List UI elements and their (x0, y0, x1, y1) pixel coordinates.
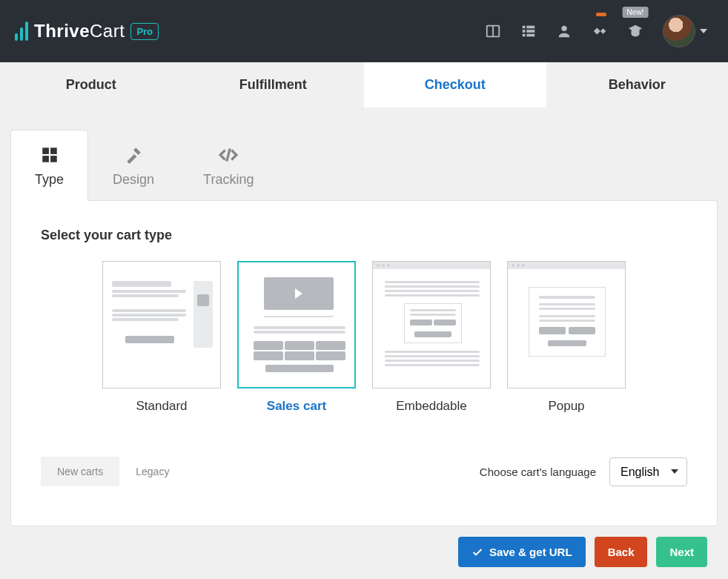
cart-option-sales[interactable]: Sales cart (237, 261, 356, 414)
svg-rect-9 (42, 148, 49, 154)
cart-label-standard: Standard (136, 399, 188, 414)
subtab-type-label: Type (35, 172, 64, 188)
tools-icon (124, 145, 143, 165)
cart-option-popup[interactable]: Popup (507, 261, 626, 414)
subtab-tracking-label: Tracking (203, 172, 254, 188)
mode-new-carts[interactable]: New carts (41, 457, 119, 486)
cart-label-sales: Sales cart (267, 399, 326, 414)
svg-line-13 (227, 148, 230, 161)
language-label: Choose cart's language (480, 466, 596, 478)
list-icon (520, 23, 537, 39)
grid-icon (40, 145, 59, 165)
handshake-icon (592, 23, 608, 39)
avatar (663, 15, 695, 47)
sub-tabs: Type Design Tracking (10, 130, 718, 201)
layout-icon (485, 23, 501, 39)
brand-second: Cart (90, 21, 125, 41)
subtab-tracking[interactable]: Tracking (179, 130, 278, 201)
save-url-button[interactable]: Save & get URL (458, 537, 586, 567)
nav-layout[interactable] (485, 23, 501, 39)
footer-buttons: Save & get URL Back Next (10, 526, 718, 575)
svg-rect-10 (50, 148, 57, 154)
back-button[interactable]: Back (595, 537, 648, 567)
top-icons: New! (485, 15, 707, 47)
nav-partners[interactable] (592, 23, 608, 39)
bottom-row: New carts Legacy Choose cart's language … (41, 457, 687, 486)
nav-profile[interactable] (556, 23, 572, 39)
language-section: Choose cart's language English (480, 457, 687, 486)
panel-title: Select your cart type (41, 228, 687, 243)
nav-list[interactable] (520, 23, 537, 39)
nav-learn[interactable]: New! (627, 23, 643, 39)
graduation-cap-icon (627, 23, 643, 39)
svg-rect-11 (42, 156, 49, 162)
thumb-standard (102, 261, 221, 388)
tab-checkout[interactable]: Checkout (364, 62, 546, 107)
brand-first: Thrive (34, 21, 90, 41)
panel: Select your cart type (10, 200, 718, 526)
subtab-design[interactable]: Design (88, 130, 179, 201)
language-select[interactable]: English (609, 457, 687, 486)
svg-rect-6 (523, 34, 526, 37)
brand-text: ThriveCart (34, 21, 125, 42)
svg-point-8 (561, 26, 566, 31)
main-tabs: Product Fulfillment Checkout Behavior (0, 62, 728, 107)
mode-legacy[interactable]: Legacy (119, 457, 185, 486)
cart-options: Standard (41, 261, 687, 414)
svg-rect-3 (526, 26, 535, 29)
tab-fulfillment[interactable]: Fulfillment (182, 62, 365, 107)
tab-product[interactable]: Product (0, 62, 182, 107)
thumb-embed (372, 261, 491, 388)
user-menu[interactable] (663, 15, 707, 47)
top-bar: ThriveCart Pro New! (0, 0, 728, 62)
pro-badge: Pro (130, 23, 159, 40)
cart-label-embed: Embeddable (396, 399, 466, 414)
notification-dot (596, 13, 606, 16)
check-icon (471, 546, 483, 558)
next-button[interactable]: Next (656, 537, 707, 567)
subtab-type[interactable]: Type (10, 130, 88, 201)
cart-option-standard[interactable]: Standard (102, 261, 221, 414)
brand-logo[interactable]: ThriveCart Pro (15, 21, 159, 42)
cart-label-popup: Popup (548, 399, 584, 414)
cart-option-embed[interactable]: Embeddable (372, 261, 491, 414)
thumb-popup (507, 261, 626, 388)
save-url-label: Save & get URL (489, 546, 572, 558)
svg-rect-7 (526, 34, 535, 37)
svg-rect-5 (526, 30, 535, 33)
svg-rect-4 (523, 30, 526, 33)
mode-tabs: New carts Legacy (41, 457, 185, 486)
chevron-down-icon (700, 29, 707, 33)
user-icon (556, 23, 572, 39)
svg-rect-12 (50, 156, 57, 162)
code-icon (219, 145, 238, 165)
new-badge: New! (623, 7, 649, 18)
svg-rect-2 (523, 26, 526, 29)
thrivecart-bars-icon (15, 21, 28, 41)
content: Type Design Tracking Select your cart ty… (0, 107, 728, 575)
subtab-design-label: Design (113, 172, 154, 188)
tab-behavior[interactable]: Behavior (546, 62, 729, 107)
thumb-sales (237, 261, 356, 388)
